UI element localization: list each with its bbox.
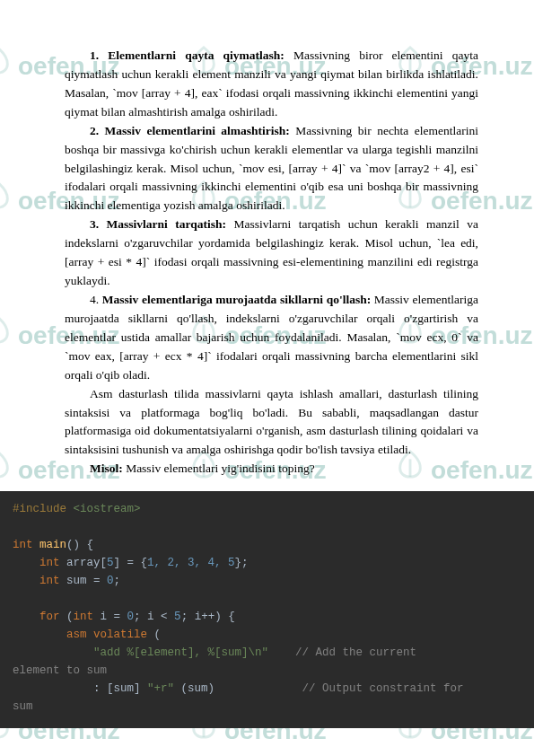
code-kw: int [39,557,60,569]
code-txt: ; [114,575,121,587]
code-num: 5 [107,557,114,569]
code-kw: int [74,611,94,623]
p4-lead: Massiv elementlariga murojaatda sikllarn… [102,293,371,306]
code-kw: int [13,539,33,551]
code-txt: ; i < [134,611,174,623]
code-comment: element to sum [13,664,107,677]
code-txt: }; [235,557,249,569]
code-kw: asm volatile [66,629,147,641]
paragraph-1: 1. Elementlarni qayta qiymatlash: Massiv… [65,47,478,122]
paragraph-3: 3. Massivlarni tarqatish: Massivlarni ta… [65,215,478,291]
code-block: #include <iostream> int main() { int arr… [0,491,534,728]
code-comment: // Output constraint for [214,682,464,695]
paragraph-5: Asm dasturlash tilida massivlarni qayta … [65,385,478,461]
code-txt: () { [66,539,93,551]
code-num: 0 [127,611,135,623]
code-kw: for [39,611,60,623]
code-txt: ( [147,629,161,641]
code-include-path: <iostream> [74,503,141,515]
p2-lead: 2. Massiv elementlarini almashtirish: [90,124,290,137]
code-txt: array[ [60,557,108,569]
p1-lead: 1. Elementlarni qayta qiymatlash: [90,48,285,62]
code-kw: int [39,575,60,587]
code-num: 1, 2, 3, 4, 5 [147,557,235,569]
p4-num: 4. [90,293,102,306]
code-txt: ] = { [114,557,148,569]
p5-text: Asm dasturlash tilida massivlarni qayta … [65,387,478,457]
code-txt: ( [60,611,74,623]
document-content: 1. Elementlarni qayta qiymatlash: Massiv… [0,0,534,728]
code-str: "+r" [147,682,174,695]
code-comment: sum [13,700,33,713]
code-comment: // Add the current [268,646,416,659]
code-txt: : [sum] [13,682,147,695]
p6-text: Massiv elementlari yig'indisini toping? [123,462,315,475]
code-str: "add %[element], %[sum]\n" [93,646,268,659]
paragraph-2: 2. Massiv elementlarini almashtirish: Ma… [65,122,478,216]
p6-lead: Misol: [90,462,123,475]
code-txt: sum = [60,575,108,587]
code-num: 0 [107,575,114,587]
p3-lead: 3. Massivlarni tarqatish: [90,217,226,231]
code-num: 5 [174,611,181,623]
code-txt: i = [93,611,127,623]
code-txt: ; i++) { [181,611,235,623]
paragraph-4: 4. Massiv elementlariga murojaatda sikll… [65,291,478,385]
code-fn: main [33,539,67,551]
code-txt: (sum) [174,682,214,695]
code-pp: #include [13,503,74,515]
paragraph-6: Misol: Massiv elementlari yig'indisini t… [65,460,478,479]
